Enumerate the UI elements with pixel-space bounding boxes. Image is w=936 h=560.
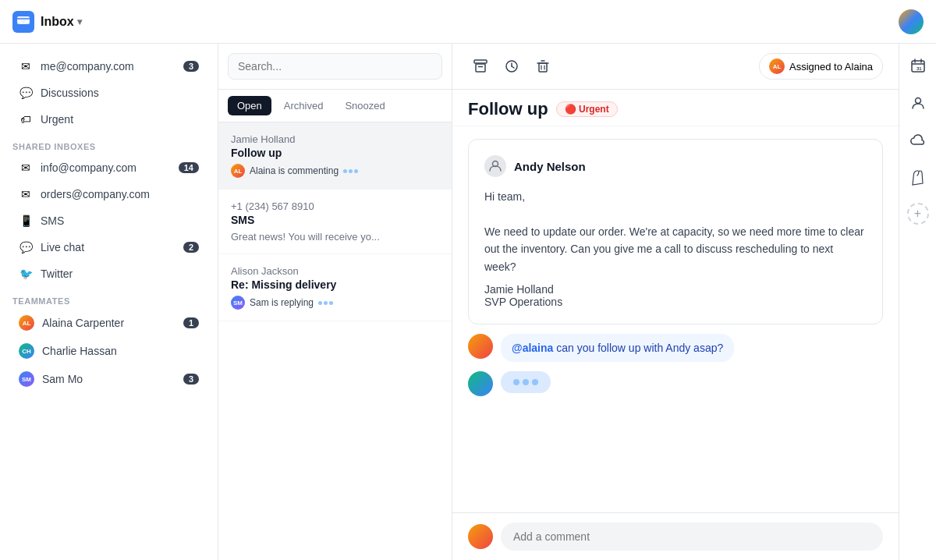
svg-text:31: 31 (916, 66, 922, 71)
sidebar-item-charlie[interactable]: CH Charlie Hassan (6, 337, 211, 365)
sidebar-item-info-email[interactable]: ✉ info@company.com 14 (6, 154, 211, 181)
conv-typing-3: SM Sam is replying (231, 296, 439, 310)
assign-avatar: AL (769, 58, 785, 74)
sidebar-item-twitter[interactable]: 🐦 Twitter (6, 261, 211, 287)
contact-icon[interactable] (906, 90, 931, 115)
inbox-icon (12, 11, 34, 33)
sidebar-label-my-email: me@company.com (41, 60, 176, 73)
sidebar-item-live-chat[interactable]: 💬 Live chat 2 (6, 234, 211, 261)
sidebar-label-sam: Sam Mo (42, 373, 176, 385)
sender-icon (484, 155, 506, 177)
delete-button[interactable] (530, 54, 555, 79)
sidebar-label-info-email: info@company.com (41, 161, 171, 174)
email-card: Andy Nelson Hi team, We need to update o… (468, 139, 883, 324)
typing-user-avatar (468, 371, 493, 396)
sidebar-badge-my-email: 3 (183, 61, 199, 72)
sidebar-badge-alaina: 1 (183, 317, 199, 328)
sidebar-badge-live-chat: 2 (183, 242, 199, 253)
sidebar-badge-sam: 3 (183, 374, 199, 385)
conversation-item-jamie[interactable]: Jamie Holland Follow up AL Alaina is com… (218, 122, 452, 190)
tab-open[interactable]: Open (228, 96, 271, 115)
header-title[interactable]: Inbox ▾ (41, 15, 82, 29)
header-user-avatar[interactable] (899, 9, 924, 34)
tab-bar: Open Archived Snoozed (218, 90, 452, 122)
sidebar-item-discussions[interactable]: 💬 Discussions (6, 80, 211, 106)
email-signature: Jamie Holland SVP Operations (484, 283, 867, 308)
typing-indicator-row (468, 371, 883, 396)
conv-title-row: Follow up 🔴 Urgent (468, 99, 883, 119)
conversation-title: Follow up (468, 99, 548, 119)
svg-rect-10 (539, 63, 547, 72)
cloud-icon[interactable] (906, 128, 931, 153)
avatar-alaina: AL (19, 315, 34, 331)
typing-bubble (501, 371, 551, 393)
sidebar-label-urgent: Urgent (41, 113, 199, 126)
conv-title-section: Follow up 🔴 Urgent (452, 90, 899, 126)
sms-icon: 📱 (19, 214, 33, 228)
assign-button[interactable]: AL Assigned to Alaina (759, 53, 883, 80)
conversation-panel: AL Assigned to Alaina Follow up 🔴 Urgent… (452, 44, 899, 560)
email-sender-row: Andy Nelson (484, 155, 867, 177)
conversation-item-sms[interactable]: +1 (234) 567 8910 SMS Great news! You wi… (218, 190, 452, 254)
discussions-icon: 💬 (19, 86, 33, 100)
conversation-header: AL Assigned to Alaina (452, 44, 899, 90)
assign-label: Assigned to Alaina (789, 61, 873, 73)
top-header: Inbox ▾ (0, 0, 936, 44)
typing-dots-1 (343, 169, 358, 173)
sidebar-item-orders-email[interactable]: ✉ orders@company.com (6, 181, 211, 207)
sidebar-item-my-email[interactable]: ✉ me@company.com 3 (6, 53, 211, 80)
conv-subject-1: Follow up (231, 147, 439, 159)
right-sidebar: 31 + (899, 44, 936, 560)
header-left: Inbox ▾ (12, 11, 82, 33)
svg-point-21 (915, 98, 920, 104)
mention-1: @alaina (512, 342, 553, 354)
tab-archived[interactable]: Archived (275, 96, 333, 115)
comment-bubble-1: @alaina can you follow up with Andy asap… (501, 334, 734, 362)
shared-inboxes-header: Shared inboxes (0, 133, 218, 154)
email-icon-info: ✉ (19, 161, 33, 175)
conv-sender-3: Alison Jackson (231, 265, 439, 277)
main-content: ✉ me@company.com 3 💬 Discussions 🏷 Urgen… (0, 44, 936, 560)
svg-line-9 (512, 66, 514, 68)
comment-row-1: @alaina can you follow up with Andy asap… (468, 334, 883, 362)
typing-avatar-sam: SM (231, 296, 245, 310)
avatar-sam: SM (19, 371, 34, 387)
conversation-list: Open Archived Snoozed Jamie Holland Foll… (218, 44, 452, 560)
shopify-icon[interactable] (906, 165, 931, 190)
conv-subject-2: SMS (231, 214, 439, 226)
add-integration-button[interactable]: + (907, 203, 929, 225)
svg-rect-0 (17, 16, 30, 24)
messages-area: Andy Nelson Hi team, We need to update o… (452, 126, 899, 512)
calendar-icon[interactable]: 31 (906, 53, 931, 78)
sidebar-label-orders-email: orders@company.com (41, 188, 199, 200)
urgent-badge: 🔴 Urgent (556, 101, 618, 117)
email-icon-orders: ✉ (19, 187, 33, 201)
typing-avatar-alaina: AL (231, 164, 245, 178)
current-user-avatar (468, 524, 493, 549)
conv-action-buttons (468, 54, 555, 79)
archive-button[interactable] (468, 54, 493, 79)
svg-rect-5 (476, 64, 485, 72)
sidebar-label-discussions: Discussions (41, 87, 199, 99)
chevron-down-icon: ▾ (77, 16, 82, 27)
comment-text-1: can you follow up with Andy asap? (553, 342, 723, 354)
sidebar-item-urgent[interactable]: 🏷 Urgent (6, 106, 211, 133)
snooze-button[interactable] (499, 54, 524, 79)
comment-input[interactable] (501, 523, 883, 551)
typing-dots-3 (318, 301, 333, 305)
sidebar-item-sam[interactable]: SM Sam Mo 3 (6, 365, 211, 393)
teammates-header: Teammates (0, 287, 218, 309)
email-icon: ✉ (19, 59, 33, 73)
conv-typing-1: AL Alaina is commenting (231, 164, 439, 178)
search-input[interactable] (228, 53, 442, 80)
sidebar-label-charlie: Charlie Hassan (42, 345, 199, 357)
conv-subject-3: Re: Missing delivery (231, 278, 439, 291)
search-bar (218, 44, 452, 90)
tab-snoozed[interactable]: Snoozed (335, 96, 394, 115)
sidebar-item-sms[interactable]: 📱 SMS (6, 207, 211, 234)
sidebar-label-alaina: Alaina Carpenter (42, 317, 176, 329)
sidebar-item-alaina[interactable]: AL Alaina Carpenter 1 (6, 309, 211, 337)
sidebar-badge-info-email: 14 (179, 162, 199, 173)
avatar-charlie: CH (19, 343, 34, 359)
conversation-item-alison[interactable]: Alison Jackson Re: Missing delivery SM S… (218, 254, 452, 321)
